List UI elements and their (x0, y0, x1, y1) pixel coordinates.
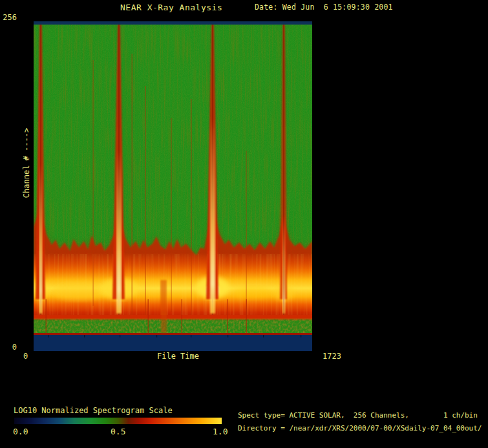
header-date: Date: Wed Jun 6 15:09:30 2001 (255, 4, 393, 12)
y-axis-max-tick: 256 (0, 14, 17, 21)
spectrogram-plot[interactable] (34, 21, 312, 351)
y-axis-label: Channel # ----> (23, 128, 30, 198)
spect-type-line: Spect type= ACTIVE SOLAR, 256 Channels, … (238, 412, 478, 419)
y-axis-min-tick: 0 (0, 343, 17, 351)
page-title: NEAR X-Ray Analysis (120, 3, 222, 12)
colorbar-tick-1: 0.5 (111, 427, 125, 436)
colorbar (14, 418, 222, 424)
directory-line: Directory = /near/xdr/XRS/2000/07-00/XSd… (238, 425, 482, 432)
near-xray-analysis-window: NEAR X-Ray Analysis Date: Wed Jun 6 15:0… (0, 0, 488, 448)
x-axis-min-tick: 0 (23, 352, 28, 360)
x-axis-max-tick: 1723 (323, 352, 341, 360)
colorbar-tick-0: 0.0 (13, 427, 28, 436)
spectrogram-image[interactable] (34, 21, 312, 351)
colorbar-title: LOG10 Normalized Spectrogram Scale (14, 407, 173, 414)
colorbar-tick-2: 1.0 (213, 427, 228, 436)
x-axis-label: File Time (157, 352, 199, 360)
